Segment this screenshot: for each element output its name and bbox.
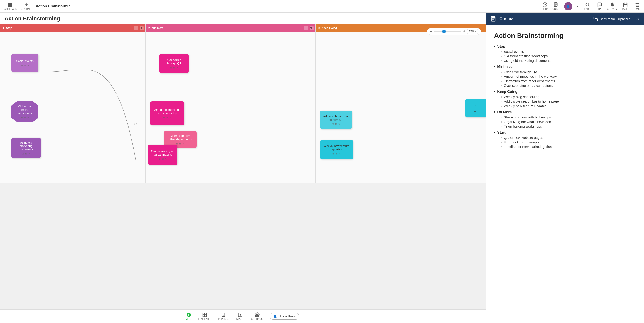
invite-users-button[interactable]: 👤+ Invite Users xyxy=(270,313,299,319)
nav-right-icons: ? HELP GUIDE 👤 ▾ SEARCH CHAT ACTIVITY TA… xyxy=(542,2,641,11)
note-old-format[interactable]: Old format testing workshops ⊞⊞✎ xyxy=(11,102,38,122)
add-bottom-item[interactable]: ADD xyxy=(186,312,191,320)
canvas-area: Action Brainstorming − + 75% ▾ xyxy=(0,13,486,323)
copy-icon xyxy=(593,17,598,21)
help-nav[interactable]: ? HELP xyxy=(542,2,548,10)
right-panel: Outline Copy to the Clipboard ✕ Action B… xyxy=(486,13,644,323)
outline-h1-minimize: Minimize xyxy=(494,64,636,69)
zoom-slider[interactable] xyxy=(434,31,461,32)
dashboard-label: DASHBOARD xyxy=(3,8,17,10)
add-label: ADD xyxy=(186,318,191,320)
note-overspending[interactable]: Over spending on ad campaigns ⊞⊞✎ xyxy=(148,145,178,165)
main-area: Action Brainstorming − + 75% ▾ xyxy=(0,13,644,323)
outline-section-start: Start QA for new website pages Feedback … xyxy=(494,130,636,149)
outline-item: Weekly new feature updates xyxy=(500,104,636,108)
outline-section-do-more: Do More Share progress with higher-ups O… xyxy=(494,110,636,128)
svg-line-11 xyxy=(588,6,590,7)
outline-icon xyxy=(490,16,497,22)
storms-nav[interactable]: STORMS xyxy=(22,2,31,10)
svg-rect-3 xyxy=(10,5,12,7)
trash-label: TRASH xyxy=(634,8,641,10)
outline-items-keep-going: Weekly blog scheduling Add visible searc… xyxy=(494,95,636,108)
reports-bottom-item[interactable]: REPORTS xyxy=(218,312,229,320)
outline-item: Add visible search bar to home page xyxy=(500,99,636,103)
import-bottom-item[interactable]: IMPORT xyxy=(236,312,244,320)
invite-label: Invite Users xyxy=(280,315,296,318)
col-minimize-header: 2 Minimize ☰ ✎ xyxy=(146,25,316,32)
svg-rect-22 xyxy=(203,315,204,317)
outline-items-do-more: Share progress with higher-ups Organizin… xyxy=(494,115,636,128)
outline-section-keep-going: Keep Going Weekly blog scheduling Add vi… xyxy=(494,89,636,108)
canvas-title: Action Brainstorming xyxy=(4,16,481,22)
outline-item: Timeline for new marketing plan xyxy=(500,145,636,149)
top-navigation: DASHBOARD STORMS Action Brainstormin ? H… xyxy=(0,0,644,13)
canvas-board[interactable]: 1 Stop ☰ ✎ Social events ⊞⊞✎ xyxy=(0,25,486,309)
svg-point-10 xyxy=(586,3,588,6)
tasks-nav[interactable]: TASKS xyxy=(622,2,629,10)
outline-h1-do-more: Do More xyxy=(494,110,636,114)
panel-content: Action Brainstorming Stop Social events … xyxy=(486,25,644,323)
zoom-out-button[interactable]: − xyxy=(430,30,432,34)
svg-rect-20 xyxy=(203,313,204,315)
activity-label: ACTIVITY xyxy=(607,8,617,10)
outline-h1-keep-going: Keep Going xyxy=(494,89,636,94)
col-stop-header: 1 Stop ☰ ✎ xyxy=(0,25,146,32)
outline-items-minimize: User error through QA Amount of meetings… xyxy=(494,70,636,87)
col-minimize-actions: ☰ ✎ xyxy=(304,26,314,30)
guide-nav[interactable]: GUIDE xyxy=(552,2,560,10)
outline-h1-start: Start xyxy=(494,130,636,135)
settings-bottom-item[interactable]: SETTINGS xyxy=(252,312,263,320)
reports-label: REPORTS xyxy=(218,318,229,320)
col-stop-collapse-btn[interactable]: ☰ xyxy=(134,26,138,30)
note-weekly-scheduling-partial[interactable]: W s ||| xyxy=(465,99,486,117)
copy-to-clipboard-button[interactable]: Copy to the Clipboard xyxy=(593,17,630,21)
zoom-in-button[interactable]: + xyxy=(463,30,466,34)
outline-items-stop: Social events Old format testing worksho… xyxy=(494,50,636,63)
trash-nav[interactable]: TRASH xyxy=(634,2,641,10)
user-avatar[interactable]: 👤 xyxy=(564,2,572,11)
svg-rect-34 xyxy=(595,19,598,21)
import-label: IMPORT xyxy=(236,318,244,320)
note-add-search[interactable]: Add visible se... bar to home... ⊞⊞✎ xyxy=(320,111,352,129)
col-minimize-edit-btn[interactable]: ✎ xyxy=(310,26,314,30)
outline-item: User error through QA xyxy=(500,70,636,74)
panel-close-button[interactable]: ✕ xyxy=(636,16,640,22)
note-social-events[interactable]: Social events ⊞⊞✎ xyxy=(11,54,38,72)
outline-item: Team building workshops xyxy=(500,124,636,128)
outline-item: Social events xyxy=(500,50,636,54)
zoom-dropdown[interactable]: 75% ▾ xyxy=(467,29,478,34)
panel-main-title: Action Brainstorming xyxy=(494,32,636,40)
zoom-level: 75% xyxy=(469,30,474,33)
help-label: HELP xyxy=(542,8,548,10)
outline-item: Organizing the what's new feed xyxy=(500,120,636,124)
column-stop: 1 Stop ☰ ✎ Social events ⊞⊞✎ xyxy=(0,25,146,183)
column-minimize: 2 Minimize ☰ ✎ User error through QA ⊞⊞✎ xyxy=(146,25,316,183)
guide-label: GUIDE xyxy=(552,8,560,10)
col-stop-edit-btn[interactable]: ✎ xyxy=(140,26,144,30)
templates-bottom-item[interactable]: TEMPLATES xyxy=(198,312,211,320)
svg-rect-0 xyxy=(8,3,10,5)
svg-rect-12 xyxy=(624,3,628,7)
svg-point-29 xyxy=(256,314,258,315)
svg-rect-23 xyxy=(205,315,206,317)
outline-item: Feedback forum in-app xyxy=(500,140,636,144)
panel-header: Outline Copy to the Clipboard ✕ xyxy=(486,13,644,25)
col-minimize-collapse-btn[interactable]: ☰ xyxy=(304,26,308,30)
activity-nav[interactable]: ACTIVITY xyxy=(607,2,617,10)
outline-section-stop: Stop Social events Old format testing wo… xyxy=(494,44,636,63)
note-meetings[interactable]: Amount of meetings in the workday ⊞⊞✎ xyxy=(150,102,184,125)
note-user-error[interactable]: User error through QA ⊞⊞✎ xyxy=(159,54,189,73)
outline-item: Share progress with higher-ups xyxy=(500,115,636,119)
chat-nav[interactable]: CHAT xyxy=(597,2,602,10)
dashboard-nav[interactable]: DASHBOARD xyxy=(3,2,17,10)
settings-label: SETTINGS xyxy=(252,318,263,320)
note-weekly-feature[interactable]: Weekly new feature updates ⊞⊞✎ xyxy=(320,140,353,159)
svg-rect-21 xyxy=(205,313,206,315)
note-old-marketing[interactable]: Using old marketing documents ⊞⊞✎ xyxy=(11,138,41,158)
app-title: Action Brainstormin xyxy=(36,4,542,8)
avatar-chevron[interactable]: ▾ xyxy=(577,5,578,8)
col-stop-actions: ☰ ✎ xyxy=(134,26,144,30)
outline-item: Old format testing workshops xyxy=(500,54,636,58)
panel-title: Outline xyxy=(500,17,590,22)
search-nav[interactable]: SEARCH xyxy=(583,2,592,10)
